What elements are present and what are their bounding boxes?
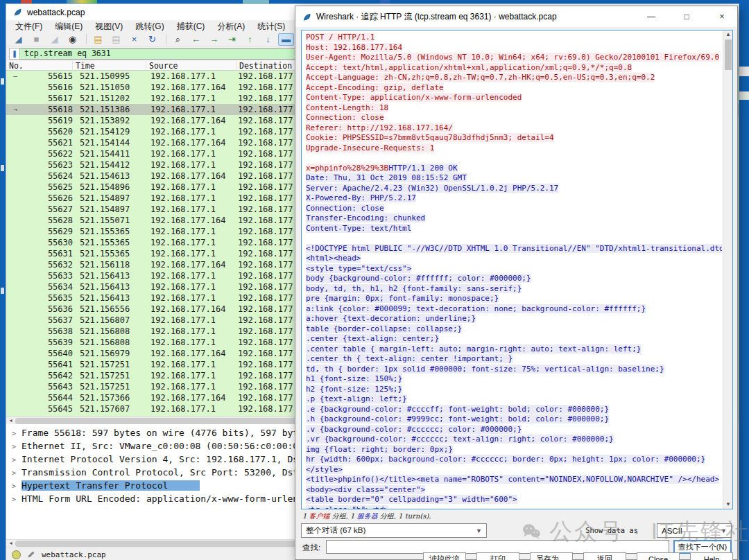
capture-options-icon[interactable]: ◉ — [64, 33, 80, 46]
save-as-button[interactable]: 另存为… — [530, 552, 573, 560]
stream-line: img {float: right; border: 0px;} — [306, 445, 722, 455]
menu-item[interactable]: 捕获(C) — [171, 20, 212, 33]
reload-icon[interactable]: ↻ — [144, 33, 160, 46]
stream-line: Cookie: PHPSESSID=s7bmm8vt5qauq78u3dfhdj… — [306, 133, 722, 143]
scroll-left-arrow-icon[interactable]: ◂ — [7, 540, 15, 547]
menu-item[interactable]: 视图(V) — [89, 20, 129, 33]
wireshark-logo-icon — [13, 8, 22, 17]
packet-cell — [6, 370, 24, 381]
expander-icon[interactable]: > — [12, 427, 21, 439]
expander-icon[interactable]: > — [12, 466, 21, 479]
restart-capture-icon[interactable]: ◢ — [46, 33, 62, 46]
autoscroll-icon[interactable]: ▬ — [278, 33, 294, 46]
menu-item[interactable]: 统计(S) — [251, 20, 291, 33]
packet-cell — [6, 403, 24, 414]
request-text: Content-Type: application/x-www-form-url… — [306, 93, 522, 102]
stream-line: body, td, th, h1, h2 {font-family: sans-… — [306, 284, 722, 295]
request-text: Content-Length: 18 — [306, 103, 388, 112]
find-next-button[interactable]: 查找下一个(N) — [673, 540, 732, 554]
go-top-icon[interactable]: ↑ — [242, 33, 258, 46]
stream-text: POST / HTTP/1.1Host: 192.168.177.164User… — [302, 33, 722, 509]
packet-cell: 55632 — [24, 259, 73, 270]
packet-cell: 55640 — [24, 348, 73, 359]
close-button[interactable]: Close — [637, 552, 680, 560]
packet-cell — [6, 237, 24, 248]
filter-bookmark-icon[interactable]: ❚ — [9, 48, 20, 60]
go-to-packet-icon[interactable]: ⇥ — [224, 33, 240, 46]
stream-line: td, th { border: 1px solid #000000; font… — [306, 365, 722, 375]
request-text: Accept-Encoding: gzip, deflate — [306, 83, 444, 92]
find-input[interactable] — [326, 540, 669, 554]
stream-line: .v {background-color: #cccccc; color: #0… — [306, 425, 722, 435]
go-forward-icon[interactable]: → — [206, 33, 222, 46]
stream-line: Connection: close — [306, 204, 722, 214]
packet-cell: 55620 — [24, 126, 73, 137]
menu-item[interactable]: 跳转(G) — [129, 20, 170, 33]
open-file-icon[interactable]: ▤ — [90, 33, 106, 46]
response-text: img {float: right; border: 0px;} — [306, 445, 453, 454]
show-data-as-select[interactable]: ASCII ▼ — [657, 523, 732, 538]
column-header-time[interactable]: Time — [73, 61, 146, 70]
expander-icon[interactable]: > — [12, 453, 21, 466]
go-back-icon[interactable]: ← — [188, 33, 204, 46]
packet-cell: 192.168.177.1 — [142, 126, 228, 137]
find-packet-icon[interactable]: ⌕ — [170, 33, 186, 46]
expander-icon[interactable]: > — [12, 480, 21, 492]
maximize-button[interactable]: □ — [671, 6, 702, 27]
close-icon[interactable]: × — [707, 6, 737, 27]
packet-cell: 192.168.177.164 — [142, 170, 228, 182]
stream-line: h2 {font-size: 125%;} — [306, 385, 722, 395]
help-button[interactable]: Help — [690, 552, 733, 560]
menu-item[interactable]: 文件(F) — [9, 20, 49, 33]
column-header-source[interactable]: Source — [146, 61, 236, 70]
stream-content-area[interactable]: POST / HTTP/1.1Host: 192.168.177.164User… — [301, 30, 733, 509]
back-button[interactable]: 返回 — [583, 552, 626, 560]
stop-capture-icon[interactable]: ■ — [28, 33, 44, 46]
capture-comment-icon[interactable] — [27, 550, 35, 559]
detail-text: HTML Form URL Encoded: application/x-www… — [21, 493, 325, 504]
stream-line: Host: 192.168.177.164 — [306, 43, 722, 53]
packet-cell: 55638 — [24, 326, 73, 337]
packet-cell: 192.168.177.1 — [142, 93, 228, 104]
packet-cell: 192.168.177.164 — [142, 82, 228, 93]
stream-line: .center th { text-align: center !importa… — [306, 354, 722, 365]
request-text: Accept: text/html,application/xhtml+xml,… — [306, 63, 632, 72]
packet-cell: 521.155365 — [73, 248, 142, 259]
stream-line: <title>phpinfo()</title><meta name="ROBO… — [306, 475, 722, 485]
scroll-down-arrow-icon[interactable]: ▼ — [723, 500, 733, 509]
save-file-icon[interactable]: ▤ — [108, 33, 124, 46]
packet-cell: 192.168.177.1 — [142, 237, 228, 248]
stream-line: x=phpinfo%28%29%3BHTTP/1.1 200 OK — [306, 164, 722, 174]
packet-cell: 192.168.177.1 — [142, 292, 228, 304]
packet-cell: 55639 — [24, 337, 73, 348]
response-text: <!DOCTYPE html PUBLIC "-//W3C//DTD XHTML… — [306, 244, 722, 253]
expander-icon[interactable]: > — [12, 493, 21, 505]
conversation-select[interactable]: 整个对话 (67 kB) ▼ — [301, 523, 487, 538]
menu-item[interactable]: 分析(A) — [211, 20, 251, 33]
stream-line: .vr {background-color: #cccccc; text-ali… — [306, 435, 722, 445]
expander-icon[interactable]: > — [12, 440, 21, 453]
filter-out-stream-button[interactable]: 滤掉此流 — [423, 552, 466, 560]
packet-cell: 192.168.177.1 — [142, 281, 228, 292]
status-filename: webattack.pcap — [42, 550, 106, 559]
start-capture-icon[interactable]: ◢ — [10, 33, 26, 46]
dialog-title: Wireshark · 追踪 HTTP 流 (tcp.stream eq 363… — [316, 11, 631, 23]
packet-cell: 192.168.177.1 — [142, 270, 228, 281]
menu-item[interactable]: 编辑(E) — [49, 20, 89, 33]
minimize-button[interactable]: — — [636, 6, 666, 27]
scrollbar-thumb[interactable] — [725, 40, 732, 70]
scroll-up-arrow-icon[interactable]: ▲ — [723, 30, 733, 39]
expert-info-icon[interactable] — [12, 550, 21, 559]
packet-cell: 55642 — [24, 370, 73, 381]
packet-cell — [6, 93, 24, 104]
packet-cell: 192.168.177.1 — [142, 182, 228, 193]
scroll-left-arrow-icon[interactable]: ◂ — [7, 417, 15, 424]
close-file-icon[interactable]: × — [126, 33, 142, 46]
stream-vscrollbar[interactable]: ▲ ▼ — [723, 30, 732, 509]
packet-cell: 55625 — [24, 182, 73, 193]
go-bottom-icon[interactable]: ↓ — [260, 33, 276, 46]
packet-cell — [6, 193, 24, 204]
print-button[interactable]: 打印 — [476, 552, 519, 560]
packet-cell: 521.151050 — [73, 82, 142, 93]
column-header-no[interactable]: No. — [6, 61, 73, 70]
